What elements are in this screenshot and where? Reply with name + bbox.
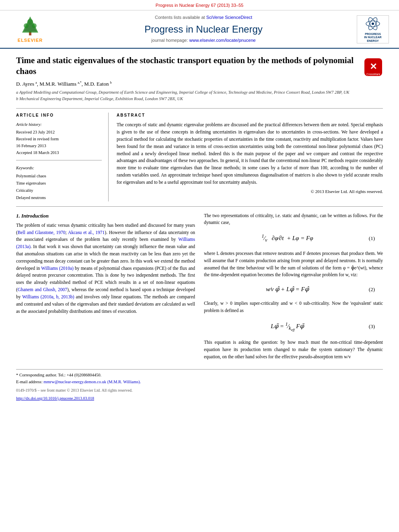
body-left-col: 1. Introduction The problem of static ve…: [16, 212, 195, 364]
svg-text:✕: ✕: [370, 62, 377, 72]
journal-header-center: Contents lists available at SciVerse Sci…: [56, 14, 351, 43]
equation-3-number: (3): [363, 323, 375, 330]
affiliation-a: a Applied Modelling and Computational Gr…: [16, 89, 358, 96]
abstract-text: The concepts of static and dynamic eigen…: [117, 121, 383, 186]
elsevier-logo-area: ELSEVIER: [8, 14, 52, 43]
svg-point-6: [372, 23, 374, 25]
article-title: Time and static eigenvalues of the stoch…: [16, 55, 358, 77]
homepage-line: journal homepage: www.elsevier.com/locat…: [56, 37, 351, 43]
equation-2-number: (2): [363, 286, 375, 293]
doi-line: http://dx.doi.org/10.1016/j.pnucene.2013…: [16, 395, 383, 402]
crossmark-badge[interactable]: ✕ CrossMark: [364, 58, 383, 77]
ref-ghanem-ghosh[interactable]: Ghanem and Ghosh, 2007: [18, 287, 67, 292]
keyword-1: Polynomial chaos: [16, 173, 102, 180]
author-mmr-williams: M.M.R. Williams a,*,: [39, 81, 84, 87]
article-info-col: ARTICLE INFO Article history: Received 2…: [16, 113, 109, 201]
ref-williams-2010a[interactable]: Williams (2010a): [41, 266, 74, 271]
keyword-3: Criticality: [16, 187, 102, 194]
abstract-body-divider: [16, 206, 383, 207]
article-main: Time and static eigenvalues of the stoch…: [0, 49, 399, 406]
ref-bell-glasstone[interactable]: Bell and Glasstone, 1970: [18, 230, 66, 235]
atom-icon: [365, 16, 381, 32]
elsevier-label: ELSEVIER: [18, 37, 43, 43]
homepage-link[interactable]: www.elsevier.com/locate/pnucene: [189, 38, 256, 43]
journal-logo-area: PROGRESSIN NUCLEARENERGY: [355, 15, 391, 43]
history-keywords-divider: [16, 160, 102, 160]
footnote-area: * Corresponding author. Tel.: +44 (0)208…: [16, 369, 383, 402]
ref-williams-2013a[interactable]: Williams (2013a): [16, 237, 195, 249]
article-info-abstract-section: ARTICLE INFO Article history: Received 2…: [16, 113, 383, 201]
ref-akcasu[interactable]: Akcasu et al., 1971: [68, 230, 105, 235]
equation-1-number: (1): [363, 235, 375, 242]
author-md-eaton: M.D. Eaton b: [84, 81, 111, 87]
svg-text:CrossMark: CrossMark: [366, 73, 380, 76]
sciverse-link[interactable]: SciVerse ScienceDirect: [206, 15, 252, 20]
journal-title: Progress in Nuclear Energy: [56, 23, 351, 36]
history-label: Article history:: [16, 121, 102, 128]
accepted-date: Accepted 18 March 2013: [16, 150, 102, 156]
abstract-col: ABSTRACT The concepts of static and dyna…: [117, 113, 383, 201]
svg-point-5: [27, 19, 33, 25]
journal-logo-box: PROGRESSIN NUCLEARENERGY: [357, 15, 389, 43]
equation-2-block: w⁄v φ̂ + Lφ̂ = Fφ̂ (2): [212, 283, 375, 296]
title-divider: [16, 108, 383, 109]
copyright-line: © 2013 Elsevier Ltd. All rights reserved…: [117, 189, 383, 195]
svg-point-3: [24, 23, 29, 28]
authors-line: D. Ayres a, M.M.R. Williams a,*, M.D. Ea…: [16, 80, 358, 88]
equation-1-block: 1⁄v ∂φ⁄∂t + Lφ = Fφ (1): [212, 230, 375, 246]
eq1-description-text: where L denotes processes that remove ne…: [204, 250, 383, 279]
equation-3-content: Lφ̃ = 1⁄keff Fφ̃: [212, 321, 363, 333]
email-link[interactable]: mmrw@nuclear-energy.demon.co.uk (M.M.R. …: [43, 380, 141, 384]
crossmark-icon: ✕ CrossMark: [364, 58, 383, 77]
article-title-text: Time and static eigenvalues of the stoch…: [16, 55, 358, 105]
corresponding-author: * Corresponding author. Tel.: +44 (0)208…: [16, 372, 383, 379]
body-section: 1. Introduction The problem of static ve…: [16, 212, 383, 364]
received-date: Received 23 July 2012: [16, 129, 102, 136]
keywords-section: Keywords: Polynomial chaos Time eigenval…: [16, 164, 102, 201]
email-line: E-mail address: mmrw@nuclear-energy.demo…: [16, 379, 383, 386]
section1-para1: The problem of static versus dynamic cri…: [16, 222, 195, 315]
section1-title-text: Introduction: [21, 213, 49, 219]
elsevier-logo: ELSEVIER: [18, 14, 43, 43]
body-right-col: The two representations of criticality, …: [204, 212, 383, 364]
ref-williams-multi[interactable]: Williams (2010a, b, 2013b): [22, 294, 74, 299]
keywords-label: Keywords:: [16, 164, 102, 172]
author-d-ayres: D. Ayres a,: [16, 81, 39, 87]
article-title-section: Time and static eigenvalues of the stoch…: [16, 55, 383, 105]
logo-text: PROGRESSIN NUCLEARENERGY: [364, 33, 381, 43]
article-history: Article history: Received 23 July 2012 R…: [16, 121, 102, 156]
revised-date: 16 February 2013: [16, 143, 102, 150]
section1-title: 1. Introduction: [16, 212, 195, 220]
svg-point-4: [32, 23, 37, 28]
eq2-note-text: Clearly, w > 0 implies super-criticality…: [204, 300, 383, 314]
equation-2-content: w⁄v φ̂ + Lφ̂ = Fφ̂: [212, 285, 363, 294]
journal-citation-bar: Progress in Nuclear Energy 67 (2013) 33–…: [0, 0, 399, 10]
journal-header: ELSEVIER Contents lists available at Sci…: [0, 10, 399, 48]
affiliation-b: b Mechanical Engineering Department, Imp…: [16, 96, 358, 102]
sciverse-line: Contents lists available at SciVerse Sci…: [56, 14, 351, 21]
abstract-heading: ABSTRACT: [117, 113, 383, 118]
doi-link[interactable]: http://dx.doi.org/10.1016/j.pnucene.2013…: [16, 396, 94, 401]
equation-1-content: 1⁄v ∂φ⁄∂t + Lφ = Fφ: [212, 233, 363, 244]
affiliations: a Applied Modelling and Computational Gr…: [16, 89, 358, 102]
issn-line: 0149-1970/$ – see front matter © 2013 El…: [16, 387, 383, 394]
received-revised-label: Received in revised form: [16, 136, 102, 143]
contents-text: Contents lists available at: [155, 15, 206, 20]
elsevier-tree-icon: [18, 14, 42, 37]
keyword-4: Delayed neutrons: [16, 194, 102, 201]
email-label: E-mail address:: [16, 380, 43, 384]
journal-citation: Progress in Nuclear Energy 67 (2013) 33–…: [156, 3, 243, 8]
right-intro-text: The two representations of criticality, …: [204, 212, 383, 227]
keyword-2: Time eigenvalues: [16, 180, 102, 187]
article-info-heading: ARTICLE INFO: [16, 113, 102, 118]
equation-3-block: Lφ̃ = 1⁄keff Fφ̃ (3): [212, 318, 375, 335]
eq3-note-text: This equation is asking the question: by…: [204, 339, 383, 360]
